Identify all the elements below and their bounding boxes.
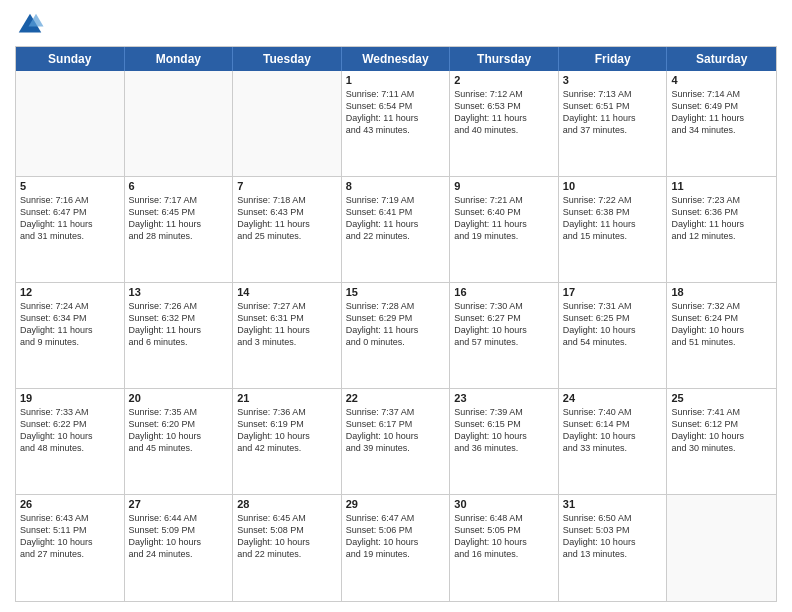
calendar-header: SundayMondayTuesdayWednesdayThursdayFrid… [16,47,776,71]
calendar-cell-w2-d6: 18Sunrise: 7:32 AM Sunset: 6:24 PM Dayli… [667,283,776,388]
cell-info: Sunrise: 7:39 AM Sunset: 6:15 PM Dayligh… [454,406,554,455]
cell-day-number: 28 [237,498,337,510]
cell-info: Sunrise: 7:17 AM Sunset: 6:45 PM Dayligh… [129,194,229,243]
logo [15,10,49,40]
calendar-cell-w1-d0: 5Sunrise: 7:16 AM Sunset: 6:47 PM Daylig… [16,177,125,282]
calendar-cell-w4-d5: 31Sunrise: 6:50 AM Sunset: 5:03 PM Dayli… [559,495,668,601]
cell-info: Sunrise: 7:18 AM Sunset: 6:43 PM Dayligh… [237,194,337,243]
header-day-friday: Friday [559,47,668,71]
cell-day-number: 27 [129,498,229,510]
cell-day-number: 23 [454,392,554,404]
cell-day-number: 16 [454,286,554,298]
cell-day-number: 15 [346,286,446,298]
cell-info: Sunrise: 7:32 AM Sunset: 6:24 PM Dayligh… [671,300,772,349]
cell-day-number: 12 [20,286,120,298]
cell-day-number: 24 [563,392,663,404]
cell-info: Sunrise: 7:41 AM Sunset: 6:12 PM Dayligh… [671,406,772,455]
calendar-cell-w0-d0 [16,71,125,176]
cell-day-number: 22 [346,392,446,404]
cell-day-number: 5 [20,180,120,192]
calendar-body: 1Sunrise: 7:11 AM Sunset: 6:54 PM Daylig… [16,71,776,601]
calendar-cell-w2-d5: 17Sunrise: 7:31 AM Sunset: 6:25 PM Dayli… [559,283,668,388]
cell-day-number: 8 [346,180,446,192]
cell-info: Sunrise: 7:36 AM Sunset: 6:19 PM Dayligh… [237,406,337,455]
cell-info: Sunrise: 7:22 AM Sunset: 6:38 PM Dayligh… [563,194,663,243]
cell-info: Sunrise: 7:37 AM Sunset: 6:17 PM Dayligh… [346,406,446,455]
page: SundayMondayTuesdayWednesdayThursdayFrid… [0,0,792,612]
calendar-cell-w1-d1: 6Sunrise: 7:17 AM Sunset: 6:45 PM Daylig… [125,177,234,282]
cell-info: Sunrise: 7:19 AM Sunset: 6:41 PM Dayligh… [346,194,446,243]
calendar-cell-w0-d1 [125,71,234,176]
calendar-cell-w1-d2: 7Sunrise: 7:18 AM Sunset: 6:43 PM Daylig… [233,177,342,282]
calendar-row-5: 26Sunrise: 6:43 AM Sunset: 5:11 PM Dayli… [16,495,776,601]
calendar-row-2: 5Sunrise: 7:16 AM Sunset: 6:47 PM Daylig… [16,177,776,283]
calendar-cell-w0-d2 [233,71,342,176]
calendar-cell-w4-d0: 26Sunrise: 6:43 AM Sunset: 5:11 PM Dayli… [16,495,125,601]
calendar-cell-w2-d2: 14Sunrise: 7:27 AM Sunset: 6:31 PM Dayli… [233,283,342,388]
cell-info: Sunrise: 7:11 AM Sunset: 6:54 PM Dayligh… [346,88,446,137]
calendar-cell-w3-d2: 21Sunrise: 7:36 AM Sunset: 6:19 PM Dayli… [233,389,342,494]
calendar-cell-w0-d3: 1Sunrise: 7:11 AM Sunset: 6:54 PM Daylig… [342,71,451,176]
calendar-cell-w3-d5: 24Sunrise: 7:40 AM Sunset: 6:14 PM Dayli… [559,389,668,494]
calendar-cell-w0-d4: 2Sunrise: 7:12 AM Sunset: 6:53 PM Daylig… [450,71,559,176]
calendar-cell-w4-d3: 29Sunrise: 6:47 AM Sunset: 5:06 PM Dayli… [342,495,451,601]
header-day-wednesday: Wednesday [342,47,451,71]
calendar-cell-w4-d6 [667,495,776,601]
logo-icon [15,10,45,40]
calendar-cell-w3-d1: 20Sunrise: 7:35 AM Sunset: 6:20 PM Dayli… [125,389,234,494]
cell-info: Sunrise: 7:21 AM Sunset: 6:40 PM Dayligh… [454,194,554,243]
calendar-row-4: 19Sunrise: 7:33 AM Sunset: 6:22 PM Dayli… [16,389,776,495]
cell-day-number: 7 [237,180,337,192]
cell-info: Sunrise: 7:13 AM Sunset: 6:51 PM Dayligh… [563,88,663,137]
cell-info: Sunrise: 7:27 AM Sunset: 6:31 PM Dayligh… [237,300,337,349]
header-day-saturday: Saturday [667,47,776,71]
cell-info: Sunrise: 6:48 AM Sunset: 5:05 PM Dayligh… [454,512,554,561]
cell-info: Sunrise: 7:31 AM Sunset: 6:25 PM Dayligh… [563,300,663,349]
cell-info: Sunrise: 6:47 AM Sunset: 5:06 PM Dayligh… [346,512,446,561]
cell-day-number: 30 [454,498,554,510]
cell-day-number: 6 [129,180,229,192]
cell-day-number: 29 [346,498,446,510]
cell-info: Sunrise: 7:26 AM Sunset: 6:32 PM Dayligh… [129,300,229,349]
calendar-cell-w0-d5: 3Sunrise: 7:13 AM Sunset: 6:51 PM Daylig… [559,71,668,176]
cell-info: Sunrise: 7:14 AM Sunset: 6:49 PM Dayligh… [671,88,772,137]
cell-day-number: 9 [454,180,554,192]
calendar-cell-w1-d3: 8Sunrise: 7:19 AM Sunset: 6:41 PM Daylig… [342,177,451,282]
calendar-cell-w2-d4: 16Sunrise: 7:30 AM Sunset: 6:27 PM Dayli… [450,283,559,388]
cell-day-number: 3 [563,74,663,86]
calendar-cell-w0-d6: 4Sunrise: 7:14 AM Sunset: 6:49 PM Daylig… [667,71,776,176]
calendar-cell-w1-d6: 11Sunrise: 7:23 AM Sunset: 6:36 PM Dayli… [667,177,776,282]
calendar-cell-w3-d0: 19Sunrise: 7:33 AM Sunset: 6:22 PM Dayli… [16,389,125,494]
cell-info: Sunrise: 7:40 AM Sunset: 6:14 PM Dayligh… [563,406,663,455]
cell-info: Sunrise: 6:44 AM Sunset: 5:09 PM Dayligh… [129,512,229,561]
calendar-cell-w3-d4: 23Sunrise: 7:39 AM Sunset: 6:15 PM Dayli… [450,389,559,494]
header [15,10,777,40]
cell-day-number: 2 [454,74,554,86]
cell-day-number: 26 [20,498,120,510]
calendar-cell-w4-d4: 30Sunrise: 6:48 AM Sunset: 5:05 PM Dayli… [450,495,559,601]
calendar-cell-w2-d1: 13Sunrise: 7:26 AM Sunset: 6:32 PM Dayli… [125,283,234,388]
cell-day-number: 21 [237,392,337,404]
cell-day-number: 25 [671,392,772,404]
calendar-cell-w3-d6: 25Sunrise: 7:41 AM Sunset: 6:12 PM Dayli… [667,389,776,494]
cell-info: Sunrise: 7:35 AM Sunset: 6:20 PM Dayligh… [129,406,229,455]
calendar-cell-w1-d4: 9Sunrise: 7:21 AM Sunset: 6:40 PM Daylig… [450,177,559,282]
header-day-sunday: Sunday [16,47,125,71]
calendar-cell-w2-d3: 15Sunrise: 7:28 AM Sunset: 6:29 PM Dayli… [342,283,451,388]
calendar: SundayMondayTuesdayWednesdayThursdayFrid… [15,46,777,602]
cell-day-number: 10 [563,180,663,192]
calendar-cell-w2-d0: 12Sunrise: 7:24 AM Sunset: 6:34 PM Dayli… [16,283,125,388]
header-day-tuesday: Tuesday [233,47,342,71]
cell-info: Sunrise: 6:50 AM Sunset: 5:03 PM Dayligh… [563,512,663,561]
cell-info: Sunrise: 7:28 AM Sunset: 6:29 PM Dayligh… [346,300,446,349]
cell-day-number: 13 [129,286,229,298]
cell-info: Sunrise: 6:43 AM Sunset: 5:11 PM Dayligh… [20,512,120,561]
cell-day-number: 1 [346,74,446,86]
cell-info: Sunrise: 7:24 AM Sunset: 6:34 PM Dayligh… [20,300,120,349]
calendar-cell-w3-d3: 22Sunrise: 7:37 AM Sunset: 6:17 PM Dayli… [342,389,451,494]
cell-day-number: 17 [563,286,663,298]
cell-day-number: 11 [671,180,772,192]
cell-day-number: 18 [671,286,772,298]
cell-day-number: 31 [563,498,663,510]
cell-info: Sunrise: 7:33 AM Sunset: 6:22 PM Dayligh… [20,406,120,455]
